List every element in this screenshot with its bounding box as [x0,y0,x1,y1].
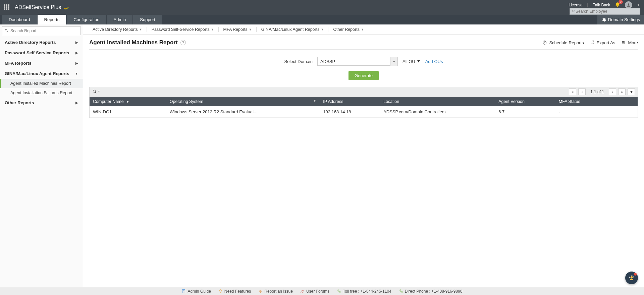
topbar: ADSelfService Plus [0,0,644,15]
sidebar-group-gina[interactable]: GINA/Mac/Linux Agent Reports ▼ [0,68,83,79]
caret-down-icon: ▼ [321,28,324,31]
chevron-down-icon: ▼ [75,72,78,75]
notifications-bell[interactable]: 2 [615,2,620,8]
page-title: Agent Installed Machines Report [89,39,178,46]
cell-mfa-status: - [555,106,638,118]
column-filter-icon[interactable] [313,99,316,103]
chat-bubble[interactable] [625,272,638,284]
caret-down-icon: ▼ [249,28,252,31]
svg-rect-5 [622,41,625,42]
brand-name: ADSelfService [15,4,49,10]
search-icon [4,28,8,34]
th-ip[interactable]: IP Address [320,97,380,106]
caret-down-icon: ▼ [211,28,214,31]
domain-settings-button[interactable]: Domain Settings [597,15,644,24]
svg-rect-6 [622,42,625,43]
caret-down-icon: ▼ [361,28,364,31]
schedule-reports-button[interactable]: Schedule Reports [542,40,584,45]
svg-line-9 [95,92,97,93]
svg-point-8 [93,90,95,92]
table-search-icon[interactable]: ▾ [92,89,100,95]
subnav-pssr[interactable]: Password Self-Service Reports▼ [147,27,219,32]
select-domain-label: Select Domain [284,59,313,64]
table-row[interactable]: WIN-DC1 Windows Server 2012 R2 Standard … [90,106,638,118]
cell-ip: 192.168.14.18 [320,106,380,118]
results-table: Computer Name ▼ Operating System IP Addr… [89,97,638,118]
page-first-button[interactable]: « [569,88,576,95]
svg-point-0 [573,10,575,11]
svg-line-1 [574,11,575,12]
sidebar-group-label: MFA Reports [5,61,32,66]
cell-location: ADSSP.com/Domain Controllers [380,106,495,118]
more-button[interactable]: More [621,40,638,45]
page-next-button[interactable]: › [609,88,616,95]
page-prev-button[interactable]: ‹ [578,88,586,95]
page-last-button[interactable]: » [618,88,626,95]
all-ou-label: All OU [402,59,421,64]
license-link[interactable]: License [569,3,582,7]
apps-grid-icon[interactable] [4,4,10,10]
chevron-right-icon: ▶ [75,61,78,65]
th-mfa-status[interactable]: MFA Status [555,97,638,106]
th-location[interactable]: Location [380,97,495,106]
brand-logo: ADSelfService Plus [15,4,70,11]
subnav-adr[interactable]: Active Directory Reports▼ [88,27,147,32]
cell-computer: WIN-DC1 [90,106,166,118]
sidebar-item-agent-installed[interactable]: Agent Installed Machines Report [0,79,83,88]
sidebar-group-label: GINA/Mac/Linux Agent Reports [5,71,69,76]
export-icon [590,40,595,45]
user-menu-caret[interactable]: ▼ [637,3,640,7]
chevron-right-icon: ▶ [75,51,78,55]
chevron-right-icon: ▶ [75,41,78,44]
caret-down-icon: ▼ [139,28,142,31]
cell-agent-version: 6.7 [495,106,555,118]
add-ous-link[interactable]: Add OUs [425,59,443,64]
filter-icon [417,59,421,63]
filter-row: Select Domain ADSSP ▾ All OU Add OUs [83,50,644,71]
subnav-other[interactable]: Other Reports▼ [328,27,368,32]
th-agent-version[interactable]: Agent Version [495,97,555,106]
sidebar-group-label: Other Reports [5,100,34,105]
search-employee-box[interactable] [570,8,640,15]
search-employee-input[interactable] [576,9,638,14]
tab-reports[interactable]: Reports [38,15,66,24]
sidebar-group-pssr[interactable]: Password Self-Service Reports ▶ [0,48,83,58]
brand-suffix: Plus [51,4,61,10]
chevron-down-icon: ▾ [390,57,397,66]
notification-badge: 2 [619,0,623,4]
table-filter-button[interactable] [628,88,635,95]
svg-point-20 [631,276,633,279]
svg-point-2 [5,29,7,31]
sidebar-search-input[interactable] [10,28,78,33]
table-toolbar: ▾ « ‹ 1-1 of 1 › » [89,87,638,97]
th-os[interactable]: Operating System [166,97,320,106]
cell-os: Windows Server 2012 R2 Standard Evaluat.… [166,106,320,118]
domain-select[interactable]: ADSSP ▾ [317,57,398,66]
tab-support[interactable]: Support [133,15,162,24]
pager-text: 1-1 of 1 [588,90,607,94]
sidebar-group-adr[interactable]: Active Directory Reports ▶ [0,37,83,48]
tab-admin[interactable]: Admin [107,15,132,24]
domain-select-value: ADSSP [320,59,335,64]
subnav-gina[interactable]: GINA/Mac/Linux Agent Reports▼ [257,27,329,32]
sort-desc-icon: ▼ [126,100,129,104]
sidebar-group-mfa[interactable]: MFA Reports ▶ [0,58,83,68]
help-icon[interactable]: ? [180,40,186,45]
subnav-mfa[interactable]: MFA Reports▼ [219,27,257,32]
user-avatar[interactable] [625,1,632,9]
sidebar: Active Directory Reports ▶ Password Self… [0,24,83,287]
sidebar-item-agent-failures[interactable]: Agent Installation Failures Report [0,88,83,98]
tab-configuration[interactable]: Configuration [67,15,106,24]
generate-button[interactable]: Generate [348,71,379,80]
export-as-button[interactable]: Export As [590,40,615,45]
gear-icon [601,17,606,22]
page-header: Agent Installed Machines Report ? Schedu… [83,35,644,49]
sidebar-search[interactable] [2,26,81,35]
th-computer-name[interactable]: Computer Name ▼ [90,97,166,106]
sidebar-group-other[interactable]: Other Reports ▶ [0,98,83,108]
talkback-link[interactable]: Talk Back [593,3,610,7]
chevron-right-icon: ▶ [75,101,78,105]
more-icon [621,40,626,45]
clock-icon [542,40,547,45]
tab-dashboard[interactable]: Dashboard [2,15,37,24]
